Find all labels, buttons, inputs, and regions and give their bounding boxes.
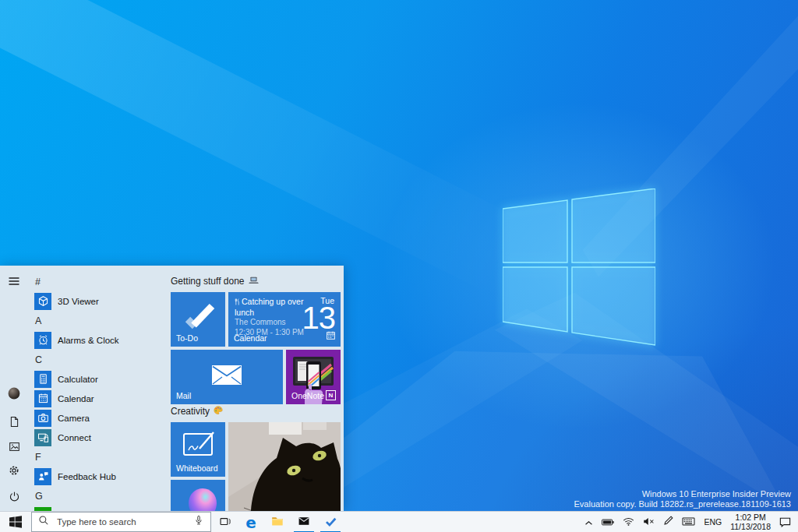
tile-photos-cat[interactable] [228, 422, 341, 511]
app-item-label: Connect [58, 433, 91, 442]
todo-taskbar-icon [324, 515, 337, 530]
system-tray: ENG 1:02 PM 11/13/2018 [584, 512, 798, 532]
cat-photo [228, 422, 341, 511]
edge-icon: e [245, 515, 256, 530]
search-icon [38, 515, 49, 529]
camera-icon [34, 410, 51, 427]
taskbar: e ENG 1:02 PM 11/13/2018 [0, 511, 798, 532]
rail-user-button[interactable] [0, 382, 28, 407]
file-explorer-button[interactable] [264, 512, 291, 532]
battery-indicator[interactable] [602, 515, 614, 529]
power-icon [9, 491, 20, 506]
clock[interactable]: 1:02 PM 11/13/2018 [730, 513, 771, 531]
calendar-event-location: The Commons [235, 318, 309, 327]
start-menu: #3D ViewerAAlarms & ClockCCalculatorCale… [0, 266, 344, 511]
search-input[interactable] [55, 516, 187, 527]
volume-indicator[interactable] [643, 515, 655, 529]
calendar-event: Catching up over lunch The Commons 12:30… [235, 297, 309, 337]
chevron-up-icon [584, 515, 593, 529]
app-item-connect[interactable]: Connect [28, 428, 168, 447]
pen-settings[interactable] [663, 515, 673, 529]
clock-date: 11/13/2018 [730, 522, 771, 531]
app-list-header-f[interactable]: F [28, 447, 168, 467]
start-rail [0, 266, 28, 511]
tile-mail[interactable]: Mail [171, 350, 283, 404]
tile-todo-label: To-Do [176, 333, 198, 343]
paint3d-balloon-icon [171, 480, 225, 511]
task-view-button[interactable] [211, 512, 238, 532]
hamburger-icon [8, 275, 20, 291]
language-indicator[interactable]: ENG [704, 517, 722, 527]
task-view-icon [219, 516, 231, 530]
calendar-icon [34, 390, 51, 407]
search-box[interactable] [31, 512, 211, 532]
app-item-label: Calculator [58, 375, 98, 384]
app-item-3d-viewer[interactable]: 3D Viewer [28, 291, 168, 311]
action-center-icon [779, 517, 791, 527]
mail-button[interactable] [291, 512, 317, 532]
tile-paint3d[interactable] [171, 480, 225, 511]
tile-area: Getting stuff done To-Do Catching up ove… [171, 266, 344, 511]
app-item-label: Calendar [58, 394, 94, 403]
fork-knife-icon [235, 298, 240, 308]
mail-taskbar-icon [298, 515, 310, 530]
user-avatar [8, 387, 20, 403]
calculator-icon [34, 371, 51, 388]
windows-logo-wallpaper [503, 188, 655, 349]
watermark: Windows 10 Enterprise Insider Preview Ev… [574, 489, 791, 509]
tile-group-header-getting-stuff-done[interactable]: Getting stuff done [171, 276, 259, 287]
app-item-label: Camera [58, 414, 90, 423]
rail-settings-button[interactable] [0, 460, 28, 484]
app-item-alarms-clock[interactable]: Alarms & Clock [28, 330, 168, 350]
rail-power-button[interactable] [0, 485, 28, 510]
start-button[interactable] [0, 512, 31, 532]
rail-documents-button[interactable] [0, 410, 28, 435]
touch-keyboard-button[interactable] [682, 515, 695, 529]
taskbar-buttons: e [211, 512, 344, 532]
action-center-button[interactable] [779, 517, 791, 527]
app-item-camera[interactable]: Camera [28, 408, 168, 428]
folder-icon [271, 515, 284, 530]
group1-label: Getting stuff done [171, 276, 245, 287]
alarms-clock-icon [34, 332, 51, 349]
rail-expand-button[interactable] [0, 270, 28, 295]
tile-group-header-creativity[interactable]: Creativity [171, 406, 223, 417]
calendar-glyph-icon [327, 329, 335, 343]
group2-label: Creativity [171, 406, 210, 417]
hidden-icons-button[interactable] [584, 515, 593, 529]
tile-todo[interactable]: To-Do [171, 292, 225, 347]
app-list-header-a[interactable]: A [28, 311, 168, 330]
feedback-hub-icon [34, 468, 51, 485]
network-indicator[interactable] [623, 515, 634, 529]
app-list-header-#[interactable]: # [28, 272, 168, 291]
app-list: #3D ViewerAAlarms & ClockCCalculatorCale… [28, 272, 168, 511]
watermark-line2: Evaluation copy. Build 18282.rs_prerelea… [574, 499, 791, 509]
app-item-feedback-hub[interactable]: Feedback Hub [28, 467, 168, 486]
envelope-icon [212, 365, 242, 385]
todo-button[interactable] [317, 512, 344, 532]
app-item-game-bar[interactable]: Game bar [28, 506, 168, 511]
rail-pictures-button[interactable] [0, 435, 28, 460]
onenote-logo-icon: N [326, 390, 336, 400]
tile-whiteboard-label: Whiteboard [176, 463, 218, 473]
volume-muted-icon [643, 515, 655, 529]
edge-button[interactable]: e [238, 512, 264, 532]
viewer3d-icon [34, 293, 51, 310]
app-item-calendar[interactable]: Calendar [28, 389, 168, 408]
app-list-header-c[interactable]: C [28, 350, 168, 369]
palette-emoji-icon [214, 406, 223, 417]
keyboard-icon [682, 515, 695, 529]
app-list-header-g[interactable]: G [28, 486, 168, 506]
tile-onenote[interactable]: OneNote N [286, 350, 341, 404]
microphone-icon[interactable] [193, 515, 204, 529]
connect-icon [34, 429, 51, 446]
app-item-calculator[interactable]: Calculator [28, 369, 168, 389]
tile-whiteboard[interactable]: Whiteboard [171, 422, 225, 477]
clock-time: 1:02 PM [730, 513, 771, 522]
app-item-label: Alarms & Clock [58, 336, 119, 345]
windows-start-icon [9, 516, 22, 528]
laptop-emoji-icon [249, 276, 259, 287]
pen-icon [663, 515, 673, 529]
tile-calendar[interactable]: Catching up over lunch The Commons 12:30… [228, 292, 341, 347]
battery-icon [602, 515, 614, 529]
